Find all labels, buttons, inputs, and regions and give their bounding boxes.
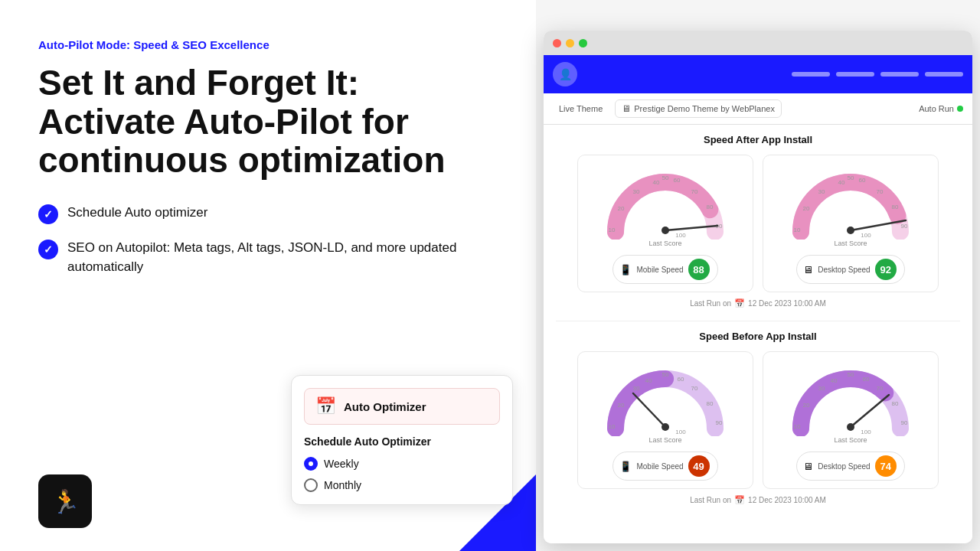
svg-text:40: 40 — [838, 179, 845, 186]
radio-monthly-label: Monthly — [324, 479, 361, 491]
scheduler-title: Auto Optimizer — [344, 400, 426, 413]
svg-text:50: 50 — [848, 174, 854, 181]
radio-monthly[interactable]: Monthly — [304, 478, 500, 492]
traffic-light-yellow[interactable] — [566, 39, 574, 47]
svg-text:40: 40 — [653, 179, 660, 186]
check-item-1: Schedule Auto optimizer — [38, 203, 498, 224]
browser-bar — [544, 31, 972, 55]
svg-text:60: 60 — [678, 376, 684, 383]
tabs-bar: Live Theme 🖥 Prestige Demo Theme by WebP… — [544, 93, 972, 125]
desktop-icon: 🖥 — [803, 264, 813, 276]
desktop-before-speed-label: Desktop Speed — [818, 462, 870, 471]
svg-text:50: 50 — [848, 371, 854, 378]
radio-group: Weekly Monthly — [304, 457, 500, 492]
left-panel: Auto-Pilot Mode: Speed & SEO Excellence … — [0, 0, 536, 551]
svg-text:100: 100 — [675, 429, 686, 435]
desktop-before-score-value: 74 — [875, 455, 897, 477]
subtitle: Auto-Pilot Mode: Speed & SEO Excellence — [38, 38, 498, 51]
svg-text:80: 80 — [892, 204, 899, 210]
gauge-mobile-before-label: Last Score — [648, 436, 681, 444]
svg-text:60: 60 — [863, 376, 870, 383]
nav-link-bar-1 — [792, 72, 830, 77]
svg-text:20: 20 — [618, 402, 625, 409]
mobile-icon: 📱 — [619, 264, 632, 276]
gauge-mobile-after: 10 20 30 40 50 60 70 80 90 100 — [577, 155, 753, 292]
radio-monthly-circle[interactable] — [304, 478, 318, 492]
gauge-desktop-before-label: Last Score — [834, 436, 867, 444]
svg-text:70: 70 — [877, 188, 884, 195]
speed-after-title: Speed After App Install — [556, 134, 960, 145]
svg-text:30: 30 — [633, 188, 640, 195]
gauge-desktop-before-svg: 10 20 30 40 50 60 70 80 90 100 — [789, 360, 912, 436]
score-badge-mobile-after: 📱 Mobile Speed 88 — [612, 255, 717, 284]
calendar-before-icon: 📅 — [734, 495, 745, 505]
svg-text:70: 70 — [877, 385, 884, 392]
logo-icon: 🏃 — [51, 488, 80, 515]
check-text-2: SEO on Autopilot: Meta tags, Alt tags, J… — [67, 238, 498, 277]
gauge-desktop-before: 10 20 30 40 50 60 70 80 90 100 — [763, 351, 939, 489]
desktop-speed-label: Desktop Speed — [818, 266, 870, 274]
svg-line-35 — [633, 393, 665, 427]
app-logo: 🏃 — [38, 474, 92, 528]
desktop-after-score-value: 92 — [875, 259, 897, 280]
svg-text:10: 10 — [609, 227, 616, 233]
svg-text:90: 90 — [716, 419, 723, 426]
svg-text:70: 70 — [691, 188, 698, 195]
svg-text:80: 80 — [892, 400, 899, 407]
svg-text:90: 90 — [901, 419, 908, 426]
right-panel: 👤 Live Theme 🖥 Prestige Demo Theme by We… — [536, 0, 980, 551]
desktop-before-icon: 🖥 — [803, 461, 813, 472]
svg-text:20: 20 — [618, 205, 625, 212]
nav-links — [792, 72, 963, 77]
last-run-after: Last Run on 📅 12 Dec 2023 10:00 AM — [556, 292, 960, 311]
schedule-label: Schedule Auto Optimizer — [304, 435, 500, 448]
speed-before-title: Speed Before App Install — [556, 331, 960, 342]
auto-run-badge: Auto Run — [919, 104, 963, 113]
svg-text:70: 70 — [691, 385, 698, 392]
svg-text:50: 50 — [662, 371, 669, 378]
gauge-mobile-before-svg: 10 20 30 40 50 60 70 80 90 100 — [604, 360, 727, 436]
gauge-desktop-after: 10 20 30 40 50 60 70 80 90 100 — [763, 155, 939, 292]
radio-weekly[interactable]: Weekly — [304, 457, 500, 471]
svg-line-47 — [851, 395, 889, 427]
nav-link-bar-3 — [880, 72, 919, 77]
main-title: Set It and Forget It: Activate Auto-Pilo… — [38, 64, 498, 180]
score-badge-desktop-before: 🖥 Desktop Speed 74 — [796, 452, 904, 481]
svg-text:30: 30 — [818, 385, 825, 392]
svg-text:20: 20 — [803, 402, 810, 409]
svg-text:20: 20 — [803, 205, 810, 212]
tab-prestige-theme[interactable]: 🖥 Prestige Demo Theme by WebPlanex — [615, 99, 782, 118]
speed-before-section: Speed Before App Install 10 20 30 40 — [544, 321, 972, 517]
svg-text:30: 30 — [818, 188, 825, 195]
score-badge-mobile-before: 📱 Mobile Speed 49 — [612, 452, 717, 481]
svg-text:100: 100 — [861, 429, 871, 435]
browser-nav: 👤 — [544, 55, 972, 93]
gauge-mobile-after-svg: 10 20 30 40 50 60 70 80 90 100 — [604, 163, 727, 240]
svg-text:60: 60 — [859, 177, 866, 184]
svg-text:80: 80 — [707, 204, 714, 210]
svg-text:80: 80 — [707, 400, 714, 407]
check-text-1: Schedule Auto optimizer — [67, 203, 207, 223]
gauges-after-row: 10 20 30 40 50 60 70 80 90 100 — [556, 155, 960, 292]
scheduler-card: 📅 Auto Optimizer Schedule Auto Optimizer… — [291, 375, 513, 505]
speed-after-section: Speed After App Install 10 — [544, 125, 972, 321]
radio-weekly-circle[interactable] — [304, 457, 318, 471]
svg-text:10: 10 — [609, 423, 616, 430]
traffic-light-red[interactable] — [553, 39, 561, 47]
mobile-before-score-value: 49 — [688, 455, 710, 477]
check-icon-1 — [38, 204, 58, 224]
traffic-light-green[interactable] — [579, 39, 587, 47]
browser-content: Speed After App Install 10 — [544, 125, 972, 543]
tab-live-theme[interactable]: Live Theme — [553, 101, 609, 116]
svg-text:10: 10 — [794, 423, 801, 430]
gauge-desktop-after-label: Last Score — [834, 240, 867, 247]
scheduler-header: 📅 Auto Optimizer — [304, 388, 500, 425]
auto-run-dot — [957, 106, 963, 112]
tab-theme-icon: 🖥 — [622, 103, 631, 114]
calendar-after-icon: 📅 — [734, 298, 745, 308]
check-icon-2 — [38, 240, 58, 259]
svg-text:90: 90 — [901, 223, 908, 230]
mobile-after-score-value: 88 — [688, 259, 710, 280]
gauge-mobile-before: 10 20 30 40 50 60 70 80 90 100 — [577, 351, 753, 489]
score-badge-desktop-after: 🖥 Desktop Speed 92 — [796, 255, 904, 284]
